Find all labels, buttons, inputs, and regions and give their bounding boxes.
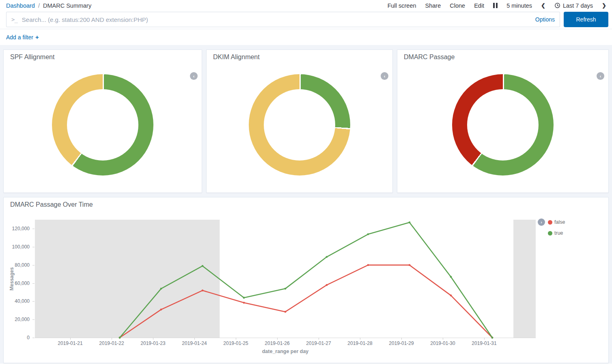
dashboard-menu: Full screen Share Clone Edit 5 minutes ❮…: [388, 2, 606, 9]
x-axis-tick-label: 2019-01-29: [389, 340, 414, 346]
menu-share[interactable]: Share: [425, 2, 441, 9]
x-axis-tick-label: 2019-01-24: [182, 340, 207, 346]
top-navigation-bar: Dashboard / DMARC Summary Full screen Sh…: [0, 0, 612, 11]
panel-title: SPF Allignment: [4, 50, 202, 61]
donut-chart-area: [397, 62, 608, 188]
time-back-icon[interactable]: ❮: [541, 2, 545, 9]
x-axis-tick-label: 2019-01-23: [140, 340, 165, 346]
y-axis-tick-label: 120,000: [4, 226, 30, 231]
panel-title: DKIM Alignment: [207, 50, 392, 61]
x-axis-tick-label: 2019-01-30: [430, 340, 455, 346]
panel-title: DMARC Passage Over Time: [4, 197, 608, 208]
y-axis-tick-label: 60,000: [4, 280, 30, 286]
legend-series-dot-icon: [548, 220, 552, 225]
y-axis-tick-label: 0: [4, 335, 30, 340]
add-filter-link[interactable]: Add a filter +: [6, 34, 39, 41]
refresh-button[interactable]: Refresh: [564, 12, 608, 27]
x-axis-title: date_range per day: [262, 349, 309, 354]
y-axis-tick: [32, 247, 34, 247]
y-axis-title: Messages: [9, 267, 15, 290]
donut-panels-row: SPF Allignment ‹ DKIM Alignment ‹ DMARC …: [3, 49, 609, 193]
breadcrumb: Dashboard / DMARC Summary: [6, 2, 91, 9]
menu-full-screen[interactable]: Full screen: [388, 2, 416, 9]
y-axis-tick: [32, 265, 34, 266]
time-range-label: Last 7 days: [563, 2, 593, 9]
x-axis-tick-label: 2019-01-25: [223, 340, 248, 346]
panel-title: DMARC Passage: [397, 50, 608, 61]
panel-dmarc-passage-over-time: DMARC Passage Over Time 020,00040,00060,…: [3, 197, 609, 363]
dmarc-donut-chart[interactable]: [452, 74, 554, 176]
y-axis-tick-label: 40,000: [4, 298, 30, 304]
spf-donut-chart[interactable]: [52, 74, 153, 176]
query-bar: >_ Search... (e.g. status:200 AND extens…: [0, 11, 612, 29]
menu-edit[interactable]: Edit: [474, 2, 484, 9]
panel-dmarc-passage: DMARC Passage ‹: [397, 49, 609, 193]
y-axis-tick: [32, 319, 34, 320]
dkim-donut-chart[interactable]: [249, 74, 350, 176]
timeseries-plot[interactable]: [35, 220, 536, 338]
legend-expand-icon[interactable]: ›: [538, 218, 545, 226]
chart-legend: ›falsetrue: [538, 218, 565, 237]
x-axis-tick-label: 2019-01-31: [472, 340, 496, 346]
breadcrumb-dashboard-link[interactable]: Dashboard: [6, 2, 35, 9]
legend-series-label[interactable]: true: [554, 230, 563, 236]
donut-chart-area: [207, 62, 392, 188]
legend-collapse-icon[interactable]: ‹: [597, 72, 604, 80]
menu-clone[interactable]: Clone: [450, 2, 465, 9]
y-axis-tick: [32, 283, 34, 284]
donut-hole: [264, 89, 335, 161]
x-axis-tick-label: 2019-01-26: [265, 340, 289, 346]
refresh-interval-label[interactable]: 5 minutes: [506, 2, 532, 9]
y-axis-tick-label: 80,000: [4, 262, 30, 268]
panel-spf-allignment: SPF Allignment ‹: [3, 49, 202, 193]
legend-item[interactable]: ›false: [538, 218, 565, 226]
donut-hole: [67, 89, 138, 161]
options-link[interactable]: Options: [535, 16, 555, 23]
x-axis-tick-label: 2019-01-22: [99, 340, 124, 346]
add-filter-label: Add a filter: [6, 34, 33, 41]
legend-series-dot-icon: [548, 231, 552, 236]
search-input[interactable]: >_ Search... (e.g. status:200 AND extens…: [6, 12, 560, 27]
y-axis-tick: [32, 301, 34, 302]
time-range-picker[interactable]: Last 7 days: [554, 2, 593, 9]
y-axis-tick-label: 100,000: [4, 244, 30, 250]
legend-series-label[interactable]: false: [554, 219, 565, 225]
legend-collapse-icon[interactable]: ‹: [381, 72, 388, 80]
x-axis-tick-label: 2019-01-27: [306, 340, 331, 346]
donut-hole: [467, 89, 539, 161]
breadcrumb-current: DMARC Summary: [43, 2, 91, 9]
y-axis-tick: [32, 338, 34, 338]
pause-icon[interactable]: [493, 3, 498, 8]
x-axis-tick-label: 2019-01-28: [347, 340, 372, 346]
legend-item[interactable]: true: [548, 229, 565, 237]
line-chart[interactable]: 020,00040,00060,00080,000100,000120,0002…: [4, 208, 608, 359]
search-placeholder: Search... (e.g. status:200 AND extension…: [22, 16, 530, 23]
breadcrumb-separator: /: [38, 2, 40, 9]
dashboard-grid: SPF Allignment ‹ DKIM Alignment ‹ DMARC …: [0, 45, 612, 364]
y-axis-tick: [32, 229, 34, 229]
y-axis-tick-label: 20,000: [4, 317, 30, 322]
plus-icon: +: [35, 34, 39, 41]
panel-dkim-alignment: DKIM Alignment ‹: [206, 49, 393, 193]
time-forward-icon[interactable]: ❯: [602, 2, 606, 9]
query-prompt-icon: >_: [11, 16, 17, 23]
clock-icon: [554, 2, 560, 9]
filter-bar: Add a filter +: [0, 29, 612, 45]
donut-chart-area: [4, 62, 202, 188]
x-axis-tick-label: 2019-01-21: [58, 340, 82, 346]
legend-collapse-icon[interactable]: ‹: [190, 72, 198, 80]
